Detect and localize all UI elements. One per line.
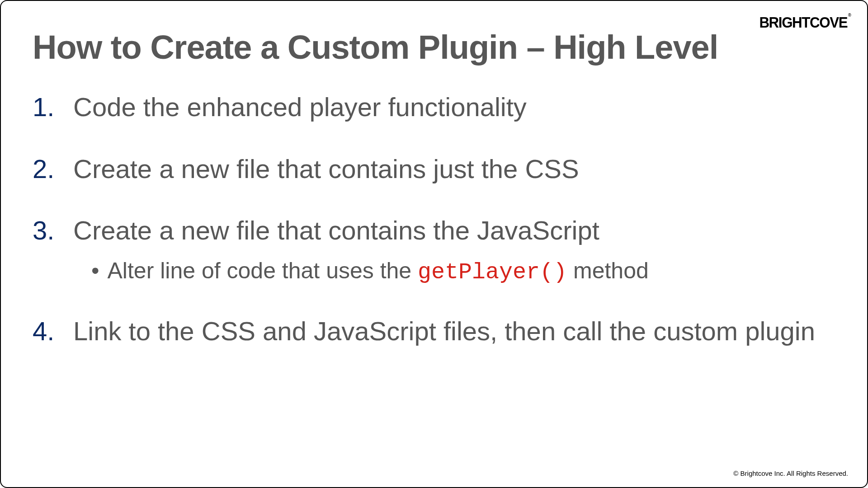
bullet-icon: • [91,258,99,283]
item-number: 3. [33,216,73,246]
item-text: Code the enhanced player functionality [73,92,527,122]
list-item: 3. Create a new file that contains the J… [33,216,835,285]
slide-title: How to Create a Custom Plugin – High Lev… [33,28,718,66]
slide-content: 1. Code the enhanced player functionalit… [33,92,835,378]
item-text: Create a new file that contains just the… [73,154,579,184]
list-item: 1. Code the enhanced player functionalit… [33,92,835,122]
list-item: 4. Link to the CSS and JavaScript files,… [33,316,835,347]
item-number: 2. [33,154,73,184]
item-text: Create a new file that contains the Java… [73,216,649,246]
sub-item-text: Alter line of code that uses the getPlay… [108,258,649,285]
item-text: Link to the CSS and JavaScript files, th… [73,316,815,347]
copyright-footer: © Brightcove Inc. All Rights Reserved. [733,469,848,477]
code-snippet: getPlayer() [418,259,567,285]
item-number: 4. [33,316,73,347]
brightcove-logo: BRIGHTCOVE [760,14,850,31]
list-item: 2. Create a new file that contains just … [33,154,835,184]
item-number: 1. [33,92,73,122]
sub-item: • Alter line of code that uses the getPl… [91,258,649,285]
